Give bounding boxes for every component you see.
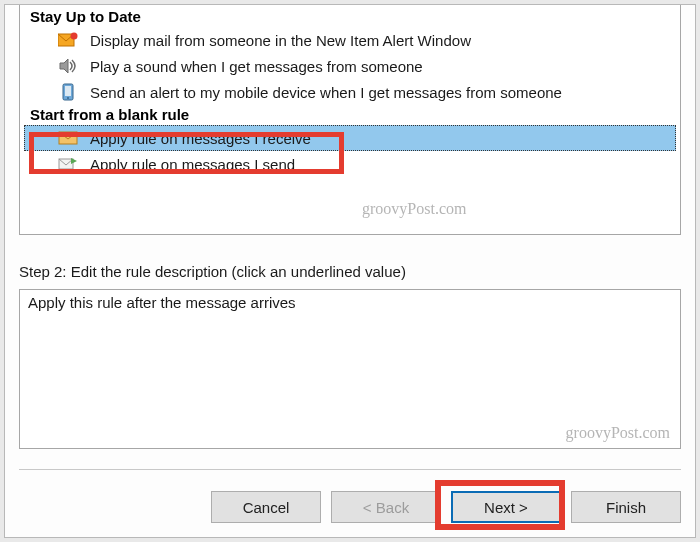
cancel-button[interactable]: Cancel	[211, 491, 321, 523]
svg-point-1	[71, 33, 78, 40]
step2-instruction: Step 2: Edit the rule description (click…	[19, 263, 406, 280]
svg-marker-2	[60, 59, 68, 73]
svg-point-5	[67, 97, 69, 99]
rule-item-messages-send[interactable]: Apply rule on messages I send	[20, 151, 680, 177]
rule-item-label: Apply rule on messages I receive	[90, 130, 311, 147]
section-header-stay-up-to-date: Stay Up to Date	[20, 7, 680, 27]
rule-item-messages-receive[interactable]: Apply rule on messages I receive	[24, 125, 676, 151]
mobile-icon	[56, 82, 80, 102]
wizard-button-row: Cancel < Back Next > Finish	[211, 491, 681, 523]
rule-template-list: Stay Up to Date Display mail from someon…	[19, 5, 681, 235]
watermark-text: groovyPost.com	[566, 424, 670, 442]
svg-rect-4	[65, 86, 71, 96]
rule-description-panel: Apply this rule after the message arrive…	[19, 289, 681, 449]
rule-item-new-item-alert[interactable]: Display mail from someone in the New Ite…	[20, 27, 680, 53]
envelope-in-icon	[56, 128, 80, 148]
finish-button[interactable]: Finish	[571, 491, 681, 523]
back-button: < Back	[331, 491, 441, 523]
rule-item-label: Play a sound when I get messages from so…	[90, 58, 423, 75]
rule-description-text: Apply this rule after the message arrive…	[28, 294, 296, 311]
rule-item-label: Apply rule on messages I send	[90, 156, 295, 173]
rule-item-label: Display mail from someone in the New Ite…	[90, 32, 471, 49]
rule-item-play-sound[interactable]: Play a sound when I get messages from so…	[20, 53, 680, 79]
envelope-alert-icon	[56, 30, 80, 50]
watermark-text: groovyPost.com	[362, 200, 466, 218]
section-header-blank-rule: Start from a blank rule	[20, 105, 680, 125]
envelope-out-icon	[56, 154, 80, 174]
separator	[19, 469, 681, 470]
next-button[interactable]: Next >	[451, 491, 561, 523]
speaker-icon	[56, 56, 80, 76]
rule-item-mobile-alert[interactable]: Send an alert to my mobile device when I…	[20, 79, 680, 105]
rule-item-label: Send an alert to my mobile device when I…	[90, 84, 562, 101]
